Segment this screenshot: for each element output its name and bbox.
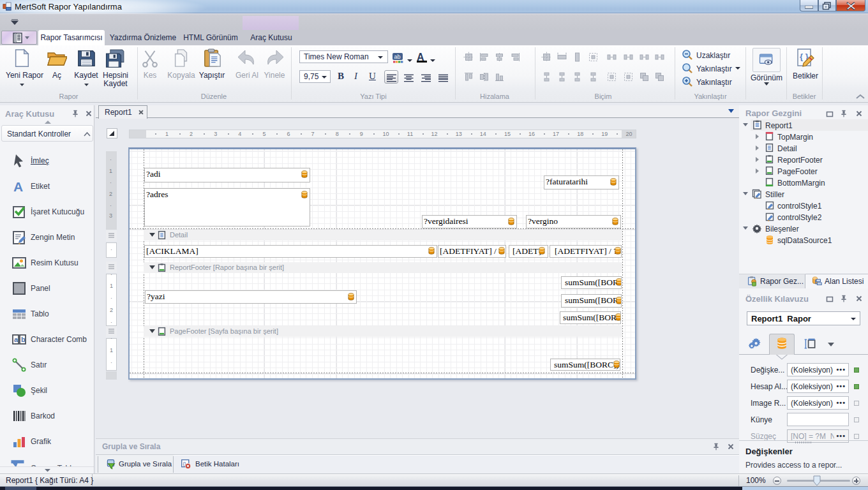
svg-text:ab: ab [394,54,401,60]
